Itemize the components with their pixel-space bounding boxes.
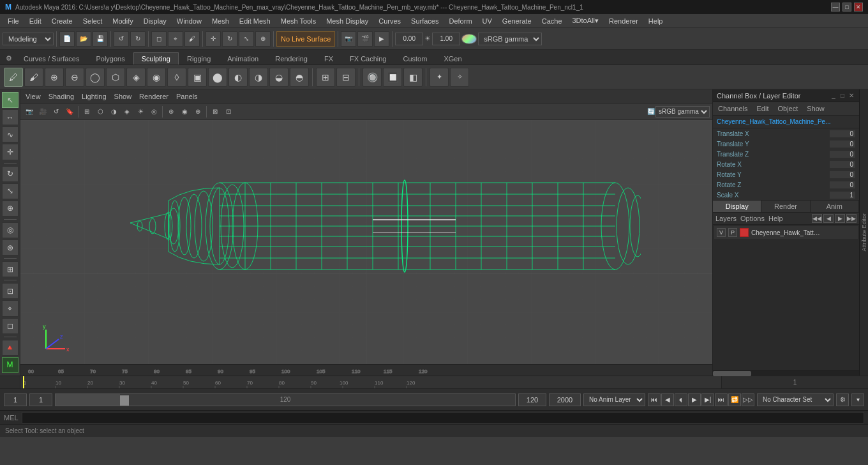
paint-select-btn[interactable]: ↔ <box>2 109 19 125</box>
menu-mesh-display[interactable]: Mesh Display <box>321 16 373 26</box>
vp-turntable-btn[interactable]: ↺ <box>50 105 63 118</box>
lasso-btn[interactable]: ⌖ <box>168 31 183 47</box>
rotate-btn[interactable]: ↻ <box>222 31 237 47</box>
play-options-btn[interactable]: ▷▷ <box>742 393 754 406</box>
menu-edit[interactable]: Edit <box>24 16 47 26</box>
lasso-tool-btn[interactable]: ∿ <box>2 126 19 142</box>
menu-mesh-tools[interactable]: Mesh Tools <box>276 16 321 26</box>
sculpt-btn-4[interactable]: ⊖ <box>65 68 84 87</box>
tab-rigging[interactable]: Rigging <box>179 52 219 65</box>
char-set-settings-btn[interactable]: ⚙ <box>836 393 849 406</box>
attr-translate-x[interactable]: Translate X 0 <box>713 128 859 139</box>
channel-box-minimize[interactable]: _ <box>830 92 837 100</box>
viewport-menu-show[interactable]: Show <box>114 93 132 100</box>
mel-input[interactable] <box>22 412 864 423</box>
menu-window[interactable]: Window <box>172 16 207 26</box>
tab-fx-caching[interactable]: FX Caching <box>341 52 394 65</box>
sculpt-btn-14[interactable]: ◒ <box>269 68 288 87</box>
menu-deform[interactable]: Deform <box>444 16 477 26</box>
attr-rotate-x[interactable]: Rotate X 0 <box>713 159 859 169</box>
sculpt-btn-13[interactable]: ◑ <box>249 68 268 87</box>
layer-row[interactable]: V P Cheyenne_Hawk_Tattoo... <box>714 226 858 239</box>
tab-curves-surfaces[interactable]: Curves / Surfaces <box>15 52 87 65</box>
vp-wireframe-btn[interactable]: ⬡ <box>94 105 107 118</box>
tab-polygons[interactable]: Polygons <box>87 52 133 65</box>
new-file-btn[interactable]: 📄 <box>59 31 75 47</box>
render-btn[interactable]: 🎬 <box>357 31 373 47</box>
sculpt-btn-3[interactable]: ⊕ <box>45 68 64 87</box>
range-slider-thumb[interactable] <box>120 395 129 406</box>
menu-3dtoall[interactable]: 3DtoAll▾ <box>567 15 604 26</box>
anim-tab[interactable]: Anim <box>811 201 859 212</box>
maya-logo-btn[interactable]: M <box>2 357 19 373</box>
tab-custom[interactable]: Custom <box>395 52 436 65</box>
sculpt-btn-12[interactable]: ◐ <box>228 68 248 87</box>
ipr-btn[interactable]: ▶ <box>374 31 389 47</box>
redo-btn[interactable]: ↻ <box>130 31 146 47</box>
move-tool-btn[interactable]: ✛ <box>2 144 19 160</box>
sculpt-btn-17[interactable]: ⊟ <box>336 68 355 87</box>
vp-bookmark-btn[interactable]: 🔖 <box>63 105 76 118</box>
channel-box-maximize[interactable]: □ <box>839 92 846 100</box>
universal-tool-btn[interactable]: ⊕ <box>2 201 19 217</box>
sculpt-btn-16[interactable]: ⊞ <box>316 68 335 87</box>
move-btn[interactable]: ✛ <box>206 31 221 47</box>
vp-xray-btn[interactable]: ⊡ <box>222 105 235 118</box>
soft-mod-btn[interactable]: ◎ <box>2 222 19 238</box>
maximize-button[interactable]: □ <box>842 3 851 11</box>
menu-create[interactable]: Create <box>47 16 78 26</box>
end-frame-input[interactable] <box>549 393 581 406</box>
scrollbar-thumb[interactable] <box>713 371 751 376</box>
layers-settings-btn[interactable]: ▶▶ <box>846 214 857 223</box>
menu-uv[interactable]: UV <box>477 16 497 26</box>
titlebar-controls[interactable]: — □ ✕ <box>831 3 863 11</box>
vp-textured-btn[interactable]: ◈ <box>121 105 133 118</box>
gamma-select[interactable]: sRGB gamma <box>655 106 710 118</box>
attr-translate-y[interactable]: Translate Y 0 <box>713 139 859 149</box>
tab-fx[interactable]: FX <box>316 52 341 65</box>
layers-remove-btn[interactable]: ◀ <box>823 214 834 223</box>
viewport-menu-renderer[interactable]: Renderer <box>139 93 168 100</box>
tab-rendering[interactable]: Rendering <box>267 52 316 65</box>
help-btn[interactable]: Help <box>768 215 783 222</box>
value2-input[interactable] <box>432 33 460 45</box>
sculpt-btn-8[interactable]: ◉ <box>147 68 166 87</box>
options-btn[interactable]: Options <box>740 215 765 222</box>
attribute-editor-tab[interactable]: Attribute Editor <box>859 89 868 376</box>
close-button[interactable]: ✕ <box>854 3 863 11</box>
select-tool-btn[interactable]: ↖ <box>2 92 19 108</box>
sculpt-btn-6[interactable]: ⬡ <box>106 68 125 87</box>
attr-rotate-y[interactable]: Rotate Y 0 <box>713 169 859 179</box>
tab-sculpting[interactable]: Sculpting <box>133 52 179 65</box>
char-set-options-btn[interactable]: ▾ <box>851 393 864 406</box>
minimize-button[interactable]: — <box>831 3 840 11</box>
layers-add-btn[interactable]: ◀◀ <box>812 214 822 223</box>
sculpt-btn-1[interactable]: 🖊 <box>4 68 23 87</box>
show-manipulator-btn[interactable]: ⊞ <box>2 261 19 277</box>
vp-camera2-btn[interactable]: 🎥 <box>36 105 49 118</box>
scale-tool-btn[interactable]: ⤡ <box>2 183 19 199</box>
layer-p-btn[interactable]: P <box>728 228 737 237</box>
menu-generate[interactable]: Generate <box>497 16 537 26</box>
vp-grid-btn[interactable]: ⊞ <box>80 105 93 118</box>
camera-btn[interactable]: 📷 <box>341 31 356 47</box>
channels-tab[interactable]: Channels <box>715 104 750 113</box>
menu-surfaces[interactable]: Surfaces <box>406 16 444 26</box>
sculpt-smooth-btn[interactable]: ✧ <box>450 68 469 87</box>
vp-isolate-btn[interactable]: ⊠ <box>209 105 221 118</box>
snap-curve-btn[interactable]: ⌖ <box>2 300 19 316</box>
range-end-input[interactable] <box>518 393 546 406</box>
sculpt-btn-2[interactable]: 🖌 <box>24 68 43 87</box>
sculpt-btn-9[interactable]: ◊ <box>167 68 186 87</box>
rotate-tool-btn[interactable]: ↻ <box>2 166 19 182</box>
sculpt-btn-7[interactable]: ◈ <box>126 68 146 87</box>
vp-dof-btn[interactable]: ◉ <box>178 105 191 118</box>
tab-xgen[interactable]: XGen <box>435 52 470 65</box>
menu-help[interactable]: Help <box>643 16 668 26</box>
layer-visibility-btn[interactable]: V <box>717 228 726 237</box>
menu-modify[interactable]: Modify <box>107 16 138 26</box>
vp-shaded-btn[interactable]: ◑ <box>107 105 120 118</box>
sculpt-btn-19[interactable]: 🔲 <box>383 68 402 87</box>
attr-scale-x[interactable]: Scale X 1 <box>713 190 859 200</box>
right-panel-scrollbar[interactable] <box>713 370 859 376</box>
